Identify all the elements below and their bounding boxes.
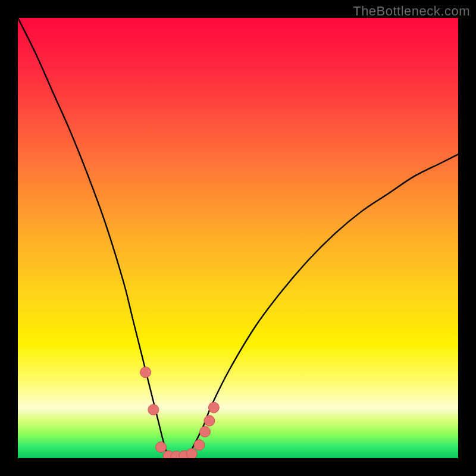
curve-marker xyxy=(194,440,205,450)
curve-marker xyxy=(156,442,167,453)
curve-marker xyxy=(204,415,215,426)
bottleneck-chart xyxy=(0,0,476,476)
curve-marker xyxy=(186,449,197,459)
chart-root: TheBottleneck.com xyxy=(0,0,476,476)
curve-marker xyxy=(200,427,211,437)
curve-marker xyxy=(208,402,219,413)
watermark-text: TheBottleneck.com xyxy=(353,4,470,19)
plot-background xyxy=(18,18,458,458)
curve-marker xyxy=(140,367,151,378)
curve-marker xyxy=(148,405,159,415)
